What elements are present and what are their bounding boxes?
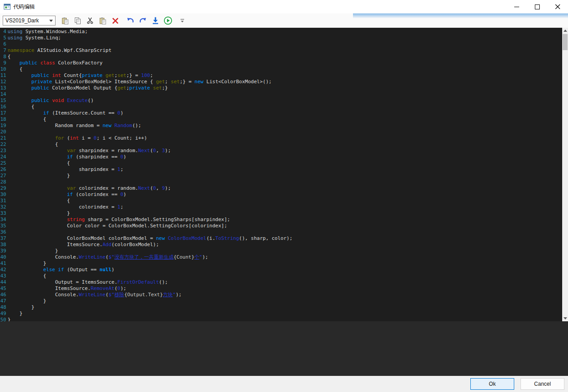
line-number: 45 bbox=[0, 285, 6, 292]
scissors-icon bbox=[86, 17, 94, 24]
run-button[interactable] bbox=[162, 15, 174, 26]
line-number: 34 bbox=[0, 217, 6, 223]
code-line: 43 { bbox=[0, 273, 562, 279]
code-line: 50} bbox=[0, 317, 562, 321]
code-line: 28 bbox=[0, 179, 562, 185]
code-line: 42 else if (Output == null) bbox=[0, 267, 562, 273]
line-number: 11 bbox=[0, 72, 6, 79]
cancel-button[interactable]: Cancel bbox=[521, 378, 564, 390]
line-number: 6 bbox=[0, 41, 6, 47]
code-text: colorindex = 1; bbox=[6, 204, 123, 210]
code-line: 34 string sharp = ColorBoxModel.SettingS… bbox=[0, 217, 562, 223]
line-number: 48 bbox=[0, 304, 6, 311]
line-number: 5 bbox=[0, 35, 6, 41]
code-text: { bbox=[6, 54, 11, 60]
code-edit-dialog: 代码编辑 VS2019_Dark bbox=[0, 0, 568, 392]
code-line: 29 var colorindex = random.Next(0, 9); bbox=[0, 185, 562, 192]
code-line: 24 if (sharpindex == 0) bbox=[0, 154, 562, 160]
line-number: 8 bbox=[0, 54, 6, 60]
line-number: 44 bbox=[0, 279, 6, 285]
code-line: 15 public void Execute() bbox=[0, 98, 562, 104]
scrollbar-up-button[interactable] bbox=[562, 28, 568, 34]
code-text: Random random = new Random(); bbox=[6, 123, 141, 129]
lower-dark-panel bbox=[0, 321, 568, 376]
redo-arrow-icon bbox=[139, 17, 147, 25]
toolbar-overflow-icon bbox=[180, 18, 185, 24]
window-title: 代码编辑 bbox=[13, 3, 35, 11]
code-text: if (sharpindex == 0) bbox=[6, 154, 126, 160]
code-text: var sharpindex = random.Next(0, 3); bbox=[6, 148, 171, 154]
code-text bbox=[6, 91, 8, 98]
code-line: 6 bbox=[0, 41, 562, 47]
code-text: { bbox=[6, 160, 70, 166]
code-line: 21 for (int i = 0; i < Count; i++) bbox=[0, 135, 562, 141]
code-line: 8{ bbox=[0, 54, 562, 60]
paste-button[interactable] bbox=[59, 15, 71, 26]
code-line: 46 Console.WriteLine($"移除{Output.Text}方块… bbox=[0, 292, 562, 298]
editor-vertical-scrollbar[interactable] bbox=[562, 28, 568, 321]
theme-select-value: VS2019_Dark bbox=[5, 17, 39, 24]
maximize-button[interactable] bbox=[527, 0, 547, 13]
scrollbar-thumb[interactable] bbox=[563, 34, 568, 50]
line-number: 10 bbox=[0, 66, 6, 72]
code-text: sharpindex = 1; bbox=[6, 166, 123, 173]
import-button[interactable] bbox=[150, 15, 161, 26]
code-line: 23 var sharpindex = random.Next(0, 3); bbox=[0, 148, 562, 154]
theme-select[interactable]: VS2019_Dark bbox=[3, 16, 56, 26]
code-line: 7namespace AIStudio.Wpf.CSharpScript bbox=[0, 47, 562, 54]
copy-button[interactable] bbox=[72, 15, 83, 26]
line-number: 36 bbox=[0, 229, 6, 235]
clear-button[interactable] bbox=[109, 15, 121, 26]
redo-button[interactable] bbox=[137, 15, 149, 26]
code-line: 19 Random random = new Random(); bbox=[0, 123, 562, 129]
scrollbar-down-button[interactable] bbox=[562, 315, 568, 321]
close-icon bbox=[555, 4, 560, 9]
code-text bbox=[6, 179, 8, 185]
code-text: public ColorBoxModel Output {get;private… bbox=[6, 85, 168, 91]
code-text: public class ColorBoxFactory bbox=[6, 60, 103, 66]
code-line: 5using System.Linq; bbox=[0, 35, 562, 41]
code-line: 33 } bbox=[0, 210, 562, 217]
code-editor[interactable]: 4using System.Windows.Media;5using Syste… bbox=[0, 28, 568, 321]
code-text: } bbox=[6, 298, 46, 304]
code-line: 18 { bbox=[0, 116, 562, 123]
line-number: 17 bbox=[0, 110, 6, 116]
code-text: public int Count{private get;set;} = 100… bbox=[6, 72, 153, 79]
line-number: 39 bbox=[0, 248, 6, 254]
line-number: 30 bbox=[0, 192, 6, 198]
maximize-icon bbox=[535, 4, 540, 9]
title-bar: 代码编辑 bbox=[0, 0, 568, 13]
paste-button-alt[interactable] bbox=[97, 15, 108, 26]
code-line: 26 sharpindex = 1; bbox=[0, 166, 562, 173]
code-lines: 4using System.Windows.Media;5using Syste… bbox=[0, 28, 562, 321]
minimize-icon bbox=[514, 4, 519, 9]
close-button[interactable] bbox=[547, 0, 568, 13]
cut-button[interactable] bbox=[84, 15, 96, 26]
code-text: } bbox=[6, 210, 70, 217]
code-text: public void Execute() bbox=[6, 98, 94, 104]
code-line: 13 public ColorBoxModel Output {get;priv… bbox=[0, 85, 562, 91]
code-text: { bbox=[6, 273, 46, 279]
code-text: if (colorindex == 0) bbox=[6, 192, 126, 198]
overflow-button[interactable] bbox=[176, 15, 188, 27]
ok-button[interactable]: Ok bbox=[470, 378, 514, 390]
line-number: 14 bbox=[0, 91, 6, 98]
line-number: 21 bbox=[0, 135, 6, 141]
minimize-button[interactable] bbox=[506, 0, 527, 13]
code-line: 14 bbox=[0, 91, 562, 98]
app-icon bbox=[4, 3, 11, 10]
undo-button[interactable] bbox=[125, 15, 136, 26]
code-text: } bbox=[6, 248, 58, 254]
chevron-down-icon bbox=[49, 20, 53, 22]
line-number: 4 bbox=[0, 29, 6, 35]
code-line: 17 if (ItemsSource.Count == 0) bbox=[0, 110, 562, 116]
line-number: 29 bbox=[0, 185, 6, 192]
line-number: 46 bbox=[0, 292, 6, 298]
line-number: 16 bbox=[0, 104, 6, 110]
clipboard-paste-icon bbox=[99, 17, 107, 25]
code-line: 31 { bbox=[0, 198, 562, 204]
code-text: Output = ItemsSource.FirstOrDefault(); bbox=[6, 279, 168, 285]
code-text: ItemsSource.RemoveAt(0); bbox=[6, 285, 126, 292]
line-number: 37 bbox=[0, 235, 6, 242]
toolbar: VS2019_Dark bbox=[0, 13, 568, 28]
